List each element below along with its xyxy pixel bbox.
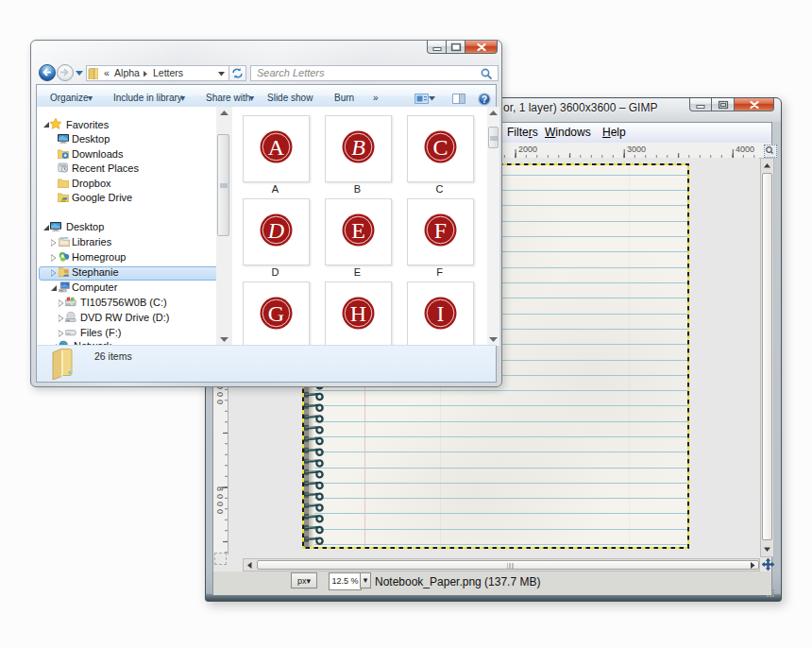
svg-text:I: I <box>437 301 445 326</box>
svg-text:E: E <box>351 218 365 243</box>
svg-text:B: B <box>351 135 365 160</box>
svg-text:?: ? <box>482 94 487 105</box>
svg-text:D: D <box>267 218 284 243</box>
svg-text:G: G <box>268 301 284 326</box>
svg-text:F: F <box>434 218 447 243</box>
svg-text:C: C <box>432 135 448 160</box>
svg-text:H: H <box>350 301 366 326</box>
svg-text:A: A <box>268 135 285 160</box>
